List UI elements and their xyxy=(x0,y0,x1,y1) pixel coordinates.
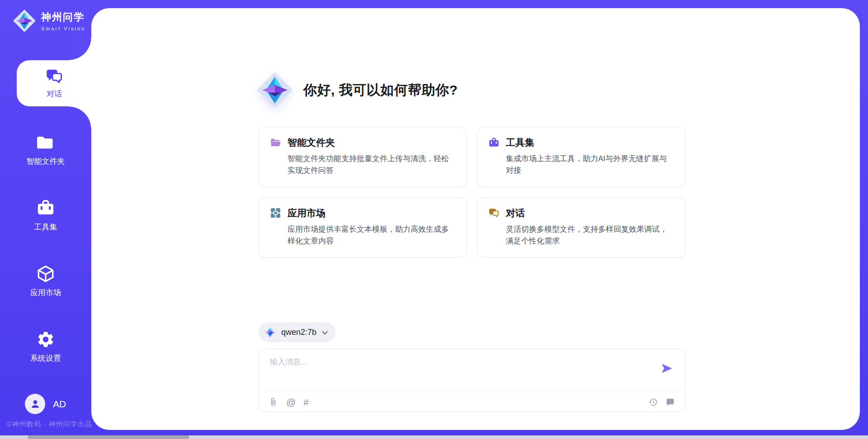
cube-icon xyxy=(36,264,55,283)
sidebar-item-smart-folder[interactable]: 智能文件夹 xyxy=(0,133,91,167)
model-selector[interactable]: qwen2:7b xyxy=(259,322,335,342)
app-title: 神州问学 xyxy=(41,10,85,24)
hash-icon[interactable]: # xyxy=(303,397,309,407)
avatar xyxy=(25,394,45,414)
sidebar-footer: ©神州数码 · 神州问学出品 xyxy=(7,420,93,429)
grid-icon xyxy=(270,207,281,219)
card-desc: 灵活切换多模型文件，支持多样回复效果调试，满足个性化需求 xyxy=(506,224,674,248)
card-head: 对话 xyxy=(488,207,674,220)
feature-cards: 智能文件夹 智能文件夹功能支持批量文件上传与清洗，轻松实现文件问答 工具集 集成… xyxy=(259,127,685,258)
sidebar-item-label: 智能文件夹 xyxy=(27,156,65,167)
sidebar-item-app-market[interactable]: 应用市场 xyxy=(0,264,91,298)
card-title: 智能文件夹 xyxy=(288,136,335,149)
message-input[interactable] xyxy=(270,357,654,387)
tab-fillet-top xyxy=(69,38,91,60)
chevron-down-icon xyxy=(321,330,328,336)
card-desc: 智能文件夹功能支持批量文件上传与清洗，轻松实现文件问答 xyxy=(288,153,456,177)
greeting-block: 你好, 我可以如何帮助你? xyxy=(256,72,458,109)
send-button[interactable] xyxy=(660,362,674,376)
card-app-market[interactable]: 应用市场 应用市场提供丰富长文本模板，助力高效生成多样化文章内容 xyxy=(259,197,467,258)
card-desc: 集成市场上主流工具，助力AI与外界无缝扩展与对接 xyxy=(506,153,674,177)
model-name: qwen2:7b xyxy=(281,328,316,337)
sidebar-item-label: 工具集 xyxy=(34,222,57,232)
app-logo: 神州问学 Smart Vision xyxy=(13,9,85,33)
sidebar-item-chat[interactable]: 对话 xyxy=(17,60,92,106)
horizontal-scrollbar xyxy=(0,435,868,439)
send-icon xyxy=(660,362,673,375)
sidebar-item-toolset[interactable]: 工具集 xyxy=(0,199,91,232)
card-smart-folder[interactable]: 智能文件夹 智能文件夹功能支持批量文件上传与清洗，轻松实现文件问答 xyxy=(259,127,467,187)
composer-toolbar: @ # xyxy=(269,392,675,412)
briefcase-icon xyxy=(36,199,55,218)
tab-fillet-bottom xyxy=(69,106,91,129)
sidebar-item-settings[interactable]: 系统设置 xyxy=(0,330,91,363)
app-subtitle: Smart Vision xyxy=(41,26,85,31)
card-title: 工具集 xyxy=(506,136,534,149)
folder-open-icon xyxy=(270,137,281,148)
briefcase-icon xyxy=(488,137,500,148)
user-name: AD xyxy=(53,399,66,410)
card-chat[interactable]: 对话 灵活切换多模型文件，支持多样回复效果调试，满足个性化需求 xyxy=(477,197,685,258)
person-icon xyxy=(29,398,41,410)
at-icon[interactable]: @ xyxy=(286,397,296,407)
folder-icon xyxy=(36,133,55,152)
card-head: 工具集 xyxy=(488,136,674,149)
brand-diamond-icon xyxy=(256,72,293,109)
card-head: 智能文件夹 xyxy=(270,136,456,149)
paperclip-icon[interactable] xyxy=(269,397,278,407)
card-toolset[interactable]: 工具集 集成市场上主流工具，助力AI与外界无缝扩展与对接 xyxy=(477,127,685,187)
card-head: 应用市场 xyxy=(270,207,456,220)
card-title: 对话 xyxy=(506,207,525,220)
scrollbar-thumb[interactable] xyxy=(28,435,189,439)
comment-icon[interactable] xyxy=(665,397,675,407)
brand-diamond-icon xyxy=(13,9,36,33)
sidebar-item-label: 系统设置 xyxy=(30,353,61,363)
greeting-text: 你好, 我可以如何帮助你? xyxy=(303,81,458,100)
chat-bubbles-icon xyxy=(45,67,63,86)
user-profile[interactable]: AD xyxy=(25,394,66,414)
brand-diamond-icon xyxy=(264,326,276,339)
card-desc: 应用市场提供丰富长文本模板，助力高效生成多样化文章内容 xyxy=(288,224,456,248)
main-panel: 你好, 我可以如何帮助你? 智能文件夹 智能文件夹功能支持批量文件上传与清洗，轻… xyxy=(91,8,860,430)
card-title: 应用市场 xyxy=(288,207,326,220)
app-window: 你好, 我可以如何帮助你? 智能文件夹 智能文件夹功能支持批量文件上传与清洗，轻… xyxy=(0,0,868,439)
gear-icon xyxy=(36,330,55,349)
sidebar-item-label: 应用市场 xyxy=(30,287,61,298)
history-icon[interactable] xyxy=(648,397,658,407)
message-composer: @ # xyxy=(259,348,685,412)
chat-bubbles-icon xyxy=(488,207,500,219)
sidebar-item-label: 对话 xyxy=(47,89,62,99)
